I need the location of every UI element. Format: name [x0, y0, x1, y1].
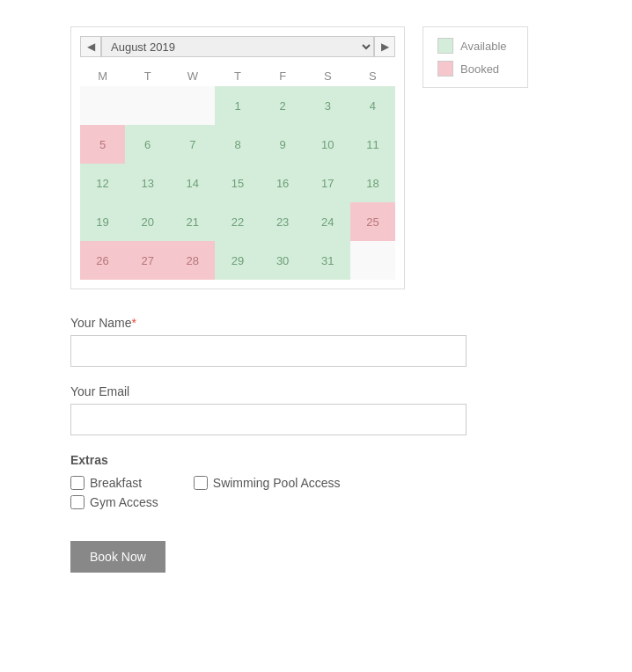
name-group: Your Name*: [70, 316, 562, 367]
day-cell: 14: [170, 164, 215, 202]
day-header: W: [170, 66, 215, 86]
calendar-week-row: 1234: [80, 86, 395, 125]
calendar-cell[interactable]: 24: [305, 202, 350, 241]
calendar-cell[interactable]: 25: [350, 202, 395, 241]
calendar-cell[interactable]: 4: [350, 86, 395, 125]
calendar-section: ◀ August 2019 September 2019 ▶ MTWTFSS 1…: [70, 26, 562, 289]
calendar-cell[interactable]: 9: [261, 125, 305, 164]
day-cell: 1: [215, 86, 260, 125]
calendar-cell[interactable]: 30: [261, 241, 305, 280]
day-cell: [170, 86, 215, 125]
day-cell: 4: [350, 86, 395, 125]
day-cell: 31: [305, 241, 350, 280]
legend-available-label: Available: [460, 40, 507, 53]
calendar-cell[interactable]: 3: [305, 86, 350, 125]
calendar-cell[interactable]: 11: [350, 125, 395, 164]
calendar-cell[interactable]: 16: [261, 164, 305, 202]
calendar-cell[interactable]: 18: [350, 164, 395, 202]
day-cell: 26: [80, 241, 125, 280]
calendar-week-row: 262728293031: [80, 241, 395, 280]
legend-available-box: [437, 38, 453, 54]
day-cell: 15: [215, 164, 260, 202]
calendar-cell[interactable]: 2: [261, 86, 305, 125]
calendar-cell: [350, 241, 395, 280]
calendar-cell[interactable]: 29: [215, 241, 260, 280]
form-section: Your Name* Your Email Extras Breakfast S…: [70, 316, 562, 573]
day-cell: 23: [261, 202, 305, 241]
calendar-cell[interactable]: 17: [305, 164, 350, 202]
day-cell: 27: [125, 241, 170, 280]
swimming-checkbox[interactable]: [194, 476, 208, 490]
calendar-cell[interactable]: 7: [170, 125, 215, 164]
month-select[interactable]: August 2019 September 2019: [101, 36, 374, 57]
book-now-button[interactable]: Book Now: [70, 541, 165, 573]
calendar-cell[interactable]: 6: [125, 125, 170, 164]
calendar-cell[interactable]: 10: [305, 125, 350, 164]
calendar-cell[interactable]: 28: [170, 241, 215, 280]
prev-month-button[interactable]: ◀: [80, 36, 101, 57]
day-cell: 13: [125, 164, 170, 202]
day-header: S: [350, 66, 395, 86]
day-cell: 10: [305, 125, 350, 164]
day-cell: 9: [261, 125, 305, 164]
next-month-button[interactable]: ▶: [374, 36, 395, 57]
email-group: Your Email: [70, 384, 562, 435]
name-label: Your Name*: [70, 316, 562, 330]
email-input[interactable]: [70, 404, 467, 435]
legend-booked-box: [437, 61, 453, 77]
breakfast-checkbox-item[interactable]: Breakfast: [70, 476, 158, 490]
extras-label: Extras: [70, 453, 562, 467]
day-header: S: [305, 66, 350, 86]
email-label: Your Email: [70, 384, 562, 398]
calendar-cell[interactable]: 21: [170, 202, 215, 241]
day-cell: 16: [261, 164, 305, 202]
calendar-cell[interactable]: 26: [80, 241, 125, 280]
calendar-cell[interactable]: 23: [261, 202, 305, 241]
day-cell: 18: [350, 164, 395, 202]
calendar-cell[interactable]: 12: [80, 164, 125, 202]
gym-checkbox-item[interactable]: Gym Access: [70, 495, 158, 509]
calendar-cell[interactable]: 19: [80, 202, 125, 241]
calendar-cell[interactable]: 14: [170, 164, 215, 202]
swimming-checkbox-item[interactable]: Swimming Pool Access: [194, 476, 341, 490]
day-cell: 24: [305, 202, 350, 241]
day-cell: [125, 86, 170, 125]
calendar-cell[interactable]: 27: [125, 241, 170, 280]
day-cell: [80, 86, 125, 125]
calendar-cell[interactable]: 13: [125, 164, 170, 202]
calendar-cell[interactable]: 8: [215, 125, 260, 164]
calendar-cell[interactable]: 5: [80, 125, 125, 164]
name-input[interactable]: [70, 335, 467, 367]
day-header: T: [215, 66, 260, 86]
legend-booked: Booked: [437, 61, 513, 77]
gym-checkbox[interactable]: [70, 495, 85, 509]
swimming-label: Swimming Pool Access: [213, 476, 341, 490]
day-cell: 19: [80, 202, 125, 241]
day-header: T: [125, 66, 170, 86]
calendar-week-row: 12131415161718: [80, 164, 395, 202]
required-indicator: *: [132, 316, 136, 330]
day-cell: 17: [305, 164, 350, 202]
gym-label: Gym Access: [90, 495, 158, 509]
breakfast-checkbox[interactable]: [70, 476, 85, 490]
calendar-container: ◀ August 2019 September 2019 ▶ MTWTFSS 1…: [70, 26, 405, 289]
legend-booked-label: Booked: [460, 62, 499, 76]
calendar-cell[interactable]: 20: [125, 202, 170, 241]
legend-available: Available: [437, 38, 513, 54]
day-cell: 21: [170, 202, 215, 241]
calendar-cell[interactable]: 1: [215, 86, 260, 125]
breakfast-label: Breakfast: [90, 476, 142, 490]
day-header: F: [261, 66, 305, 86]
day-cell: 5: [80, 125, 125, 164]
calendar-week-row: 19202122232425: [80, 202, 395, 241]
day-header: M: [80, 66, 125, 86]
calendar-cell[interactable]: 31: [305, 241, 350, 280]
day-cell: 11: [350, 125, 395, 164]
calendar-cell[interactable]: 15: [215, 164, 260, 202]
day-cell: 3: [305, 86, 350, 125]
day-cell: 12: [80, 164, 125, 202]
day-cell: 22: [215, 202, 260, 241]
day-cell: 6: [125, 125, 170, 164]
calendar-cell[interactable]: 22: [215, 202, 260, 241]
extras-group: Extras Breakfast Swimming Pool Access Gy…: [70, 453, 562, 509]
